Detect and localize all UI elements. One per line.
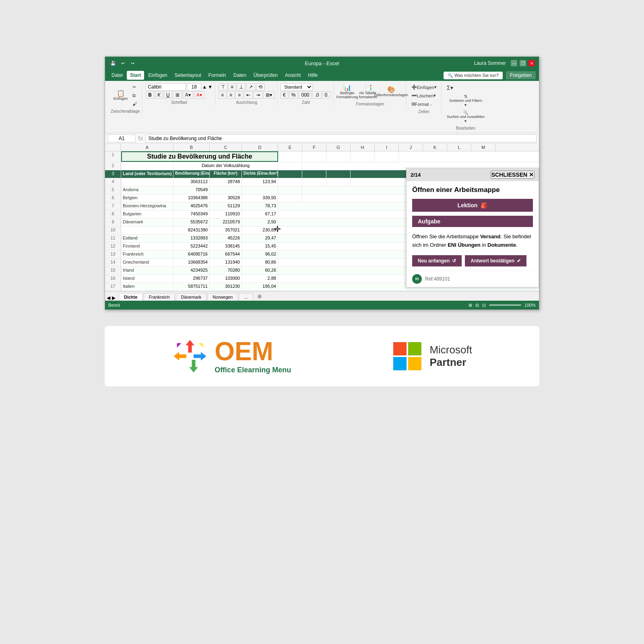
cell-b10[interactable]: 82431390 bbox=[173, 227, 210, 234]
align-middle-btn[interactable]: ≡ bbox=[228, 83, 236, 91]
cell-a15[interactable]: Irland bbox=[121, 267, 173, 275]
tab-norwegen[interactable]: Norwegen bbox=[207, 293, 238, 301]
col-header-f[interactable]: F bbox=[302, 144, 326, 151]
cell-d9[interactable]: 2,50 bbox=[242, 219, 278, 226]
font-name-input[interactable] bbox=[146, 83, 186, 91]
cell-e3[interactable] bbox=[278, 170, 302, 178]
cut-btn[interactable]: ✂ bbox=[130, 83, 139, 91]
cell-b7[interactable]: 4025476 bbox=[173, 202, 210, 210]
cell-g4[interactable] bbox=[326, 178, 351, 186]
cell-b11[interactable]: 1332893 bbox=[173, 235, 210, 242]
cell-c4[interactable]: 28748 bbox=[210, 178, 242, 186]
align-center-btn[interactable]: ≡ bbox=[227, 91, 235, 99]
col-header-i[interactable]: I bbox=[375, 144, 399, 151]
confirm-btn[interactable]: Antwort bestätigen ✔ bbox=[465, 255, 526, 266]
cell-e2[interactable] bbox=[278, 162, 302, 170]
menu-hilfe[interactable]: Hilfe bbox=[305, 71, 321, 80]
col-header-k[interactable]: K bbox=[423, 144, 447, 151]
close-btn[interactable]: ✕ bbox=[528, 60, 535, 66]
cell-g1[interactable] bbox=[326, 151, 351, 162]
cell-c7[interactable]: 51129 bbox=[210, 202, 242, 210]
col-header-h[interactable]: H bbox=[351, 144, 375, 151]
font-color-btn[interactable]: A▾ bbox=[194, 91, 204, 99]
delete-cell-btn[interactable]: ➖ Löschen▾ bbox=[409, 92, 439, 99]
cell-a9[interactable]: Dänemark bbox=[121, 219, 173, 226]
cell-b16[interactable]: 296737 bbox=[173, 275, 210, 283]
cell-b6[interactable]: 10364388 bbox=[173, 194, 210, 202]
col-header-g[interactable]: G bbox=[326, 144, 351, 151]
cell-c8[interactable]: 110910 bbox=[210, 211, 242, 218]
tab-nav-left[interactable]: ◀ bbox=[107, 295, 110, 301]
menu-seitenlayout[interactable]: Seitenlayout bbox=[171, 71, 204, 80]
cell-d4[interactable]: 123,94 bbox=[242, 178, 278, 186]
cell-b9[interactable]: 5535672 bbox=[173, 219, 210, 226]
col-header-c[interactable]: C bbox=[210, 144, 242, 151]
cell-b2-subtitle[interactable]: Datum der Volkszählung bbox=[173, 162, 278, 170]
as-table-btn[interactable]: 📑 Als Tabelleformatieren bbox=[358, 83, 378, 100]
add-sheet-btn[interactable]: ⊕ bbox=[254, 292, 265, 301]
wrap-text-btn[interactable]: ⟲ bbox=[256, 83, 265, 91]
cell-d16[interactable]: 2,88 bbox=[242, 275, 278, 283]
align-left-btn[interactable]: ≡ bbox=[219, 91, 226, 99]
decrease-decimal-btn[interactable]: 0. bbox=[322, 91, 331, 99]
restore-btn[interactable]: ❐ bbox=[520, 60, 526, 66]
cell-a1-title[interactable]: Studie zu Bevölkerung und Fläche bbox=[121, 151, 278, 162]
menu-datei[interactable]: Datei bbox=[108, 71, 126, 80]
cell-f1[interactable] bbox=[302, 151, 326, 162]
cell-e1[interactable] bbox=[278, 151, 302, 162]
align-right-btn[interactable]: ≡ bbox=[235, 91, 243, 99]
panel-close-btn[interactable]: SCHLIESSEN ✕ bbox=[491, 171, 535, 179]
col-header-l[interactable]: L bbox=[447, 144, 471, 151]
cell-b3-header[interactable]: Bevölkerung (Einw.) bbox=[173, 170, 210, 178]
save-quick-btn[interactable]: 💾 bbox=[109, 59, 117, 67]
search-box[interactable]: 🔍 Was möchten Sie tun? bbox=[444, 72, 503, 79]
cell-d3-header[interactable]: Dichte (Einw./km²) bbox=[242, 170, 278, 178]
cell-c9[interactable]: 2210579 bbox=[210, 219, 242, 226]
bold-btn[interactable]: B bbox=[146, 91, 154, 99]
cell-f4[interactable] bbox=[302, 178, 326, 186]
cell-d14[interactable]: 80,86 bbox=[242, 259, 278, 266]
menu-ansicht[interactable]: Ansicht bbox=[282, 71, 304, 80]
cell-g3[interactable] bbox=[326, 170, 351, 178]
panel-lektion-btn[interactable]: Lektion 🎒 bbox=[412, 199, 533, 212]
restart-btn[interactable]: Neu anfangen ↺ bbox=[412, 255, 462, 266]
cell-c14[interactable]: 131940 bbox=[210, 259, 242, 266]
cell-d5[interactable] bbox=[242, 186, 278, 194]
view-page-icon[interactable]: ⊡ bbox=[482, 303, 486, 308]
cell-reference[interactable] bbox=[107, 134, 136, 142]
percent-btn[interactable]: % bbox=[289, 91, 298, 99]
cell-b14[interactable]: 10668354 bbox=[173, 259, 210, 266]
col-header-b[interactable]: B bbox=[173, 144, 210, 151]
cell-c10[interactable]: 357021 bbox=[210, 227, 242, 234]
cell-a11[interactable]: Estland bbox=[121, 235, 173, 242]
italic-btn[interactable]: K bbox=[155, 91, 163, 99]
paste-btn[interactable]: 📋 Einfügen bbox=[111, 89, 130, 102]
cell-d7[interactable]: 78,73 bbox=[242, 202, 278, 210]
cell-d15[interactable]: 60,26 bbox=[242, 267, 278, 275]
cell-b8[interactable]: 7450349 bbox=[173, 211, 210, 218]
cell-b5[interactable]: 70549 bbox=[173, 186, 210, 194]
cell-c12[interactable]: 338145 bbox=[210, 243, 242, 250]
cell-e4[interactable] bbox=[278, 178, 302, 186]
share-btn[interactable]: Freigeben bbox=[506, 71, 536, 79]
cell-a13[interactable]: Frankreich bbox=[121, 251, 173, 258]
cell-c16[interactable]: 103000 bbox=[210, 275, 242, 283]
cell-h1[interactable] bbox=[351, 151, 375, 162]
menu-formeln[interactable]: Formeln bbox=[205, 71, 229, 80]
cell-d12[interactable]: 15,45 bbox=[242, 243, 278, 250]
merge-btn[interactable]: ⊞▾ bbox=[263, 91, 275, 99]
fill-color-btn[interactable]: A▾ bbox=[183, 91, 193, 99]
font-size-down-icon[interactable]: ▼ bbox=[208, 84, 213, 90]
cell-c11[interactable]: 45226 bbox=[210, 235, 242, 242]
cell-c15[interactable]: 70280 bbox=[210, 267, 242, 275]
cell-a12[interactable]: Finnland bbox=[121, 243, 173, 250]
align-bottom-btn[interactable]: ⊥ bbox=[237, 83, 246, 91]
cell-styles-btn[interactable]: 🎨 Zellenformatvorlagen bbox=[379, 85, 403, 98]
redo-quick-btn[interactable]: ↪ bbox=[128, 59, 136, 67]
cell-b17[interactable]: 58751711 bbox=[173, 283, 210, 291]
menu-einfuegen[interactable]: Einfügen bbox=[145, 71, 170, 80]
tab-dichte[interactable]: Dichte bbox=[119, 293, 143, 301]
cell-a3-header[interactable]: Land (oder Territorium) bbox=[121, 170, 173, 178]
underline-btn[interactable]: U bbox=[164, 91, 172, 99]
cell-a14[interactable]: Griechenland bbox=[121, 259, 173, 266]
